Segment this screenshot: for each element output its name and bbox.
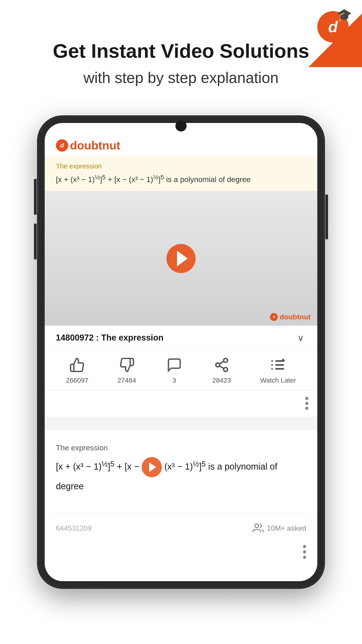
dot-3 (305, 407, 308, 410)
action-bar: 266097 27484 (45, 350, 317, 390)
question-label: The expression (56, 162, 306, 170)
comment-count: 3 (172, 376, 176, 384)
watermark-icon: d (270, 313, 278, 321)
svg-point-1 (216, 363, 220, 367)
app-logo-corner: 🎓 (315, 9, 351, 45)
svg-point-0 (224, 358, 228, 362)
video-player: d doubtnut (45, 192, 317, 326)
question-id: 644531209 (56, 524, 92, 532)
svg-line-3 (219, 366, 224, 368)
comment-icon (165, 356, 183, 374)
asked-count: 10M+ asked (253, 522, 306, 534)
logo-text: doubtnut (70, 139, 120, 152)
svg-point-2 (224, 368, 228, 372)
logo-d-icon: d (56, 139, 68, 152)
doubtnut-logo: d doubtnut (56, 139, 120, 152)
header-section: Get Instant Video Solutions with step by… (0, 40, 362, 87)
comment-button[interactable]: 3 (165, 356, 183, 384)
share-count: 28423 (212, 376, 231, 384)
bottom-dot-1 (303, 545, 306, 548)
dislike-button[interactable]: 27484 (117, 356, 136, 384)
chevron-down-icon[interactable]: ∨ (295, 332, 306, 344)
sub-title: with step by step explanation (18, 69, 344, 87)
phone-mockup: d doubtnut The expression [x + (x³ − 1)½… (38, 116, 324, 588)
svg-point-13 (255, 524, 259, 528)
share-icon (213, 356, 231, 374)
like-button[interactable]: 266097 (66, 356, 88, 384)
question-strip: The expression [x + (x³ − 1)½]5 + [x − (… (45, 157, 317, 192)
video-info: 14800972 : The expression ∨ (45, 326, 317, 350)
watch-later-button[interactable]: Watch Later (260, 356, 296, 384)
bottom-dot-2 (303, 550, 306, 554)
thumbs-down-icon (118, 356, 136, 374)
question-math: [x + (x³ − 1)½]5 + [x − (x³ − 1)½]5 is a… (56, 172, 306, 186)
second-question-math: [x + (x³ − 1)½]5 + [x − (x³ − 1)½]5 is a… (56, 456, 306, 495)
bottom-more-options[interactable] (45, 540, 317, 563)
asked-text: 10M+ asked (267, 524, 306, 532)
thumbs-up-icon (68, 356, 86, 374)
second-question-label: The expression (56, 444, 306, 452)
phone-camera (175, 120, 187, 132)
bottom-dot-3 (303, 556, 306, 559)
watermark-text: doubtnut (280, 313, 311, 321)
more-options[interactable] (45, 390, 317, 416)
video-title: 14800972 : The expression (56, 333, 295, 342)
dot-2 (305, 402, 308, 405)
mini-play-icon (149, 462, 156, 472)
phone-frame: d doubtnut The expression [x + (x³ − 1)½… (38, 116, 324, 588)
screen-content: d doubtnut The expression [x + (x³ − 1)½… (45, 123, 317, 581)
inline-play-button[interactable] (142, 457, 162, 477)
graduation-cap-icon: 🎓 (337, 8, 352, 22)
like-count: 266097 (66, 376, 88, 384)
main-title: Get Instant Video Solutions (18, 40, 344, 62)
bottom-spacer (45, 563, 317, 581)
watch-later-label: Watch Later (260, 376, 296, 384)
play-icon (177, 251, 188, 266)
svg-line-4 (219, 361, 224, 364)
second-question-card: The expression [x + (x³ − 1)½]5 + [x − (… (45, 434, 317, 509)
app-logo-icon: 🎓 (317, 11, 349, 42)
separator-line (56, 513, 306, 514)
spacer (45, 416, 317, 430)
play-button[interactable] (166, 244, 196, 273)
dislike-count: 27484 (117, 376, 136, 384)
share-button[interactable]: 28423 (212, 356, 231, 384)
watch-later-icon (269, 356, 287, 374)
phone-screen: d doubtnut The expression [x + (x³ − 1)½… (45, 123, 317, 581)
question-footer: 644531209 10M+ asked (45, 518, 317, 540)
people-icon (253, 522, 264, 534)
watermark: d doubtnut (270, 313, 311, 321)
dot-1 (305, 397, 308, 400)
